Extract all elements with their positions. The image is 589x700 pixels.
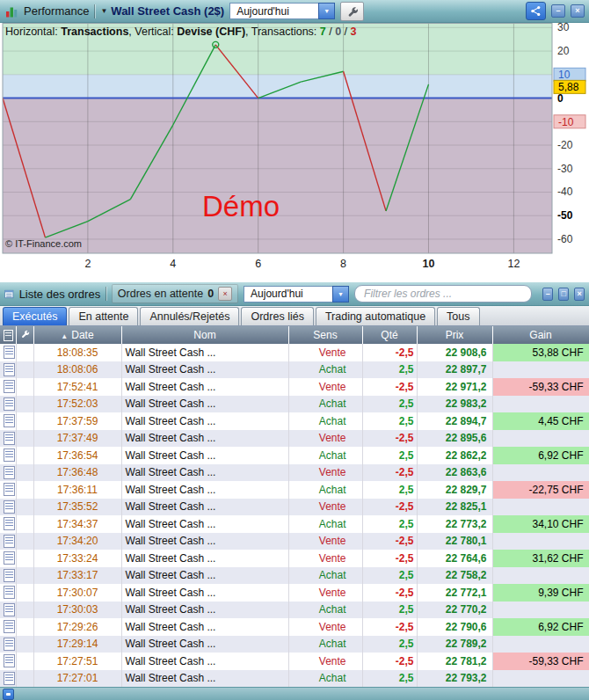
order-details-icon[interactable] — [4, 346, 15, 359]
order-details-icon[interactable] — [4, 654, 15, 667]
period-combobox[interactable]: Aujourd'hui ▼ — [229, 3, 335, 19]
order-details-cell[interactable] — [0, 515, 16, 533]
order-details-icon[interactable] — [4, 620, 15, 633]
order-row[interactable]: 17:33:17Wall Street Cash ...Achat2,522 7… — [0, 567, 589, 585]
chat-icon[interactable] — [3, 689, 14, 700]
order-tab-5[interactable]: Tous — [437, 307, 479, 325]
order-details-icon[interactable] — [4, 551, 15, 565]
order-row[interactable]: 17:34:20Wall Street Cash ...Vente-2,522 … — [0, 533, 589, 551]
svg-text:8: 8 — [340, 258, 346, 270]
order-row[interactable]: 18:08:06Wall Street Cash ...Achat2,522 8… — [0, 361, 589, 379]
order-details-cell[interactable] — [0, 636, 16, 653]
order-details-cell[interactable] — [0, 344, 16, 361]
order-details-icon[interactable] — [4, 535, 15, 548]
instrument-dropdown[interactable]: ▼ Wall Street Cash (2$) — [100, 4, 224, 18]
order-details-icon[interactable] — [4, 569, 15, 582]
order-details-cell[interactable] — [0, 618, 16, 636]
order-row[interactable]: 17:30:03Wall Street Cash ...Achat2,522 7… — [0, 602, 589, 619]
share-button[interactable] — [526, 2, 546, 20]
minimize-button[interactable]: – — [542, 288, 553, 301]
order-row[interactable]: 17:37:49Wall Street Cash ...Vente-2,522 … — [0, 430, 589, 448]
app-screen: Performance ▼ Wall Street Cash (2$) Aujo… — [0, 0, 589, 700]
order-row[interactable]: 18:08:35Wall Street Cash ...Vente-2,522 … — [0, 344, 589, 361]
order-tab-0[interactable]: Exécutés — [3, 307, 67, 325]
order-row[interactable]: 17:52:41Wall Street Cash ...Vente-2,522 … — [0, 378, 589, 396]
order-row[interactable]: 17:29:14Wall Street Cash ...Achat2,522 7… — [0, 636, 589, 653]
order-tab-2[interactable]: Annulés/Rejetés — [140, 307, 239, 325]
order-quantity: -2,5 — [362, 550, 417, 567]
order-details-cell[interactable] — [0, 430, 16, 448]
order-details-cell[interactable] — [0, 396, 16, 413]
order-details-cell[interactable] — [0, 361, 16, 379]
order-details-cell[interactable] — [0, 447, 16, 464]
order-details-icon[interactable] — [4, 432, 15, 445]
order-row[interactable]: 17:36:48Wall Street Cash ...Vente-2,522 … — [0, 464, 589, 482]
order-side: Achat — [288, 396, 362, 413]
chart-info: Horizontal: Transactions, Vertical: Devi… — [5, 26, 357, 38]
column-header-prix[interactable]: Prix — [417, 326, 492, 344]
pending-orders-tab[interactable]: Ordres en attente 0 × — [112, 284, 238, 303]
close-button[interactable]: × — [571, 4, 585, 18]
order-details-cell[interactable] — [0, 567, 16, 585]
order-details-cell[interactable] — [0, 584, 16, 602]
order-price: 22 770,2 — [417, 602, 492, 619]
order-row[interactable]: 17:34:37Wall Street Cash ...Achat2,522 7… — [0, 515, 589, 533]
close-button[interactable]: × — [574, 288, 585, 301]
order-details-icon[interactable] — [4, 380, 15, 393]
order-tab-3[interactable]: Ordres liés — [241, 307, 313, 325]
order-row[interactable]: 17:27:01Wall Street Cash ...Achat2,522 7… — [0, 670, 589, 688]
close-icon[interactable]: × — [218, 287, 232, 301]
order-row[interactable]: 17:35:52Wall Street Cash ...Vente-2,522 … — [0, 499, 589, 516]
order-details-cell[interactable] — [0, 464, 16, 482]
column-header-sens[interactable]: Sens — [288, 326, 362, 344]
order-date: 17:29:14 — [33, 636, 121, 653]
order-tab-4[interactable]: Trading automatique — [316, 307, 435, 325]
order-details-cell[interactable] — [0, 499, 16, 516]
chevron-down-icon[interactable]: ▼ — [332, 286, 349, 303]
settings-wrench-button[interactable] — [340, 2, 364, 21]
order-details-cell[interactable] — [0, 653, 16, 670]
svg-text:5,88: 5,88 — [558, 81, 579, 93]
order-date: 18:08:35 — [33, 344, 121, 361]
chevron-down-icon[interactable]: ▼ — [318, 3, 335, 19]
column-header-qte[interactable]: Qté — [362, 326, 417, 344]
order-details-icon[interactable] — [4, 363, 15, 376]
column-header-nom[interactable]: Nom — [121, 326, 288, 344]
order-row[interactable]: 17:36:11Wall Street Cash ...Achat2,522 8… — [0, 481, 589, 499]
order-details-icon[interactable] — [4, 517, 15, 530]
order-tab-1[interactable]: En attente — [69, 307, 138, 325]
column-header-gain[interactable]: Gain — [492, 326, 589, 344]
column-header-date[interactable]: ▲Date — [33, 326, 121, 344]
order-details-cell[interactable] — [0, 378, 16, 396]
order-details-cell[interactable] — [0, 481, 16, 499]
orders-period-combobox[interactable]: Aujourd'hui ▼ — [244, 286, 349, 303]
order-details-cell[interactable] — [0, 550, 16, 567]
order-details-cell[interactable] — [0, 602, 16, 619]
svg-text:-20: -20 — [557, 139, 573, 151]
order-row[interactable]: 17:33:24Wall Street Cash ...Vente-2,522 … — [0, 550, 589, 567]
order-details-cell[interactable] — [0, 533, 16, 551]
maximize-button[interactable]: □ — [558, 288, 569, 301]
order-details-icon[interactable] — [4, 448, 15, 462]
order-details-icon[interactable] — [4, 397, 15, 411]
order-details-icon[interactable] — [4, 466, 15, 479]
order-details-icon[interactable] — [4, 638, 15, 651]
order-details-icon[interactable] — [4, 586, 15, 599]
order-row[interactable]: 17:52:03Wall Street Cash ...Achat2,522 9… — [0, 396, 589, 413]
minimize-button[interactable]: – — [551, 4, 565, 18]
performance-titlebar[interactable]: Performance ▼ Wall Street Cash (2$) Aujo… — [0, 0, 589, 23]
order-row[interactable]: 17:29:26Wall Street Cash ...Vente-2,522 … — [0, 618, 589, 636]
order-details-cell[interactable] — [0, 670, 16, 688]
order-row[interactable]: 17:27:51Wall Street Cash ...Vente-2,522 … — [0, 653, 589, 670]
order-details-icon[interactable] — [4, 603, 15, 616]
order-details-icon[interactable] — [4, 672, 15, 685]
order-row[interactable]: 17:30:07Wall Street Cash ...Vente-2,522 … — [0, 584, 589, 602]
order-details-icon[interactable] — [4, 483, 15, 496]
order-details-cell[interactable] — [0, 412, 16, 430]
order-details-icon[interactable] — [4, 414, 15, 427]
order-row[interactable]: 17:37:59Wall Street Cash ...Achat2,522 8… — [0, 412, 589, 430]
orders-titlebar[interactable]: Liste des ordres Ordres en attente 0 × A… — [0, 282, 589, 306]
order-row[interactable]: 17:36:54Wall Street Cash ...Achat2,522 8… — [0, 447, 589, 464]
order-details-icon[interactable] — [4, 500, 15, 514]
filter-orders-input[interactable] — [354, 285, 532, 303]
